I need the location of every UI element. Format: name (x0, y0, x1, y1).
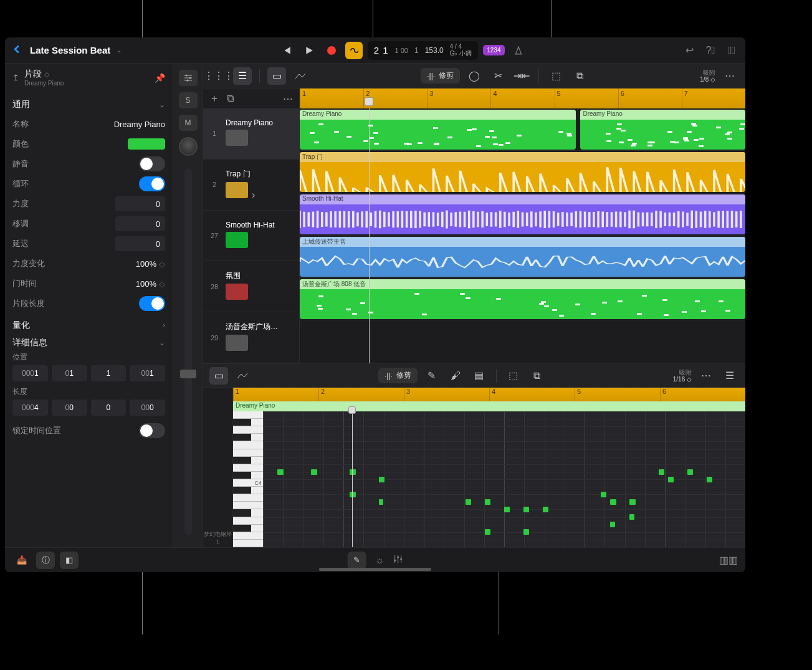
cycle-button[interactable] (345, 42, 363, 59)
lcd-display[interactable]: 2 1 1 00 1 153.0 4 / 4 G♭ 小调 (368, 41, 479, 60)
inbox-icon[interactable]: 📥 (12, 552, 31, 569)
region[interactable]: 汤普金斯广场 808 低音 (300, 279, 745, 319)
velocity-field[interactable]: 0 (115, 196, 165, 211)
clip-length-toggle[interactable] (139, 296, 165, 311)
midi-note[interactable] (466, 499, 471, 505)
midi-note[interactable] (687, 469, 693, 475)
scissors-icon[interactable]: ✂ (489, 67, 507, 85)
midi-note[interactable] (707, 477, 712, 482)
go-to-start-button[interactable] (278, 42, 295, 59)
region-view2-button[interactable]: ▭ (209, 367, 228, 385)
track-header[interactable]: 1Dreamy Piano (203, 108, 299, 160)
track-header[interactable]: 28氛围 (203, 261, 299, 312)
piano-key[interactable] (233, 464, 263, 472)
midi-note[interactable] (610, 522, 615, 527)
piano-key[interactable] (233, 472, 263, 479)
more-menu-button[interactable]: ⋯⃝ (725, 44, 738, 57)
lock-toggle[interactable] (139, 423, 165, 438)
add-track-button[interactable]: ＋ (209, 92, 219, 105)
velocity-tool-button[interactable]: ▤ (470, 367, 489, 385)
midi-note[interactable] (311, 469, 317, 475)
editor-snap-control[interactable]: 吸附 1/16 ◇ (673, 369, 692, 383)
midi-note[interactable] (379, 499, 384, 505)
info-button[interactable]: ⓘ (36, 552, 55, 569)
editor-playhead[interactable] (352, 411, 353, 547)
midi-note[interactable] (485, 499, 490, 505)
piano-key[interactable] (233, 434, 263, 441)
midi-note[interactable] (543, 507, 548, 512)
piano-key[interactable] (233, 517, 263, 525)
metronome-button[interactable] (510, 42, 527, 59)
stepper-icon[interactable]: ◇ (159, 279, 165, 289)
piano-key[interactable] (233, 449, 263, 457)
position-segment[interactable]: 000 (130, 400, 165, 416)
velocity-range-value[interactable]: 100% (136, 259, 156, 269)
midi-note[interactable] (629, 514, 634, 520)
loop-tool-button[interactable]: ◯ (465, 67, 484, 85)
record-button[interactable] (323, 42, 340, 59)
region[interactable]: Smooth Hi-Hat (300, 194, 745, 234)
copy2-button[interactable]: ⧉ (528, 367, 547, 385)
midi-note[interactable] (523, 507, 529, 512)
join-tool-button[interactable]: ⇥⇤ (512, 67, 531, 85)
keyboard-icon[interactable]: ▥▥ (719, 554, 738, 566)
editor-region-header[interactable]: Dreamy Piano (233, 401, 745, 411)
automation-button[interactable] (291, 67, 310, 85)
editor-more-icon[interactable]: ⋯ (697, 367, 715, 385)
more-icon[interactable]: ⋯ (720, 67, 739, 85)
help-button[interactable]: ?⃝ (704, 44, 717, 57)
piano-key[interactable] (233, 509, 263, 517)
position-segment[interactable]: 0001 (12, 365, 48, 381)
piano-key[interactable] (233, 457, 263, 464)
region[interactable]: Dreamy Piano (580, 110, 745, 150)
track-header-more-icon[interactable]: ⋯ (283, 93, 293, 105)
section-general-header[interactable]: 通用 (12, 99, 30, 110)
panel-toggle-button[interactable]: ◧ (60, 552, 79, 569)
track-header[interactable]: 27Smooth Hi-Hat (203, 211, 299, 262)
pan-knob[interactable] (179, 137, 198, 156)
loop-toggle[interactable] (139, 176, 165, 191)
brightness-icon[interactable]: ☼ (375, 555, 385, 566)
track-stack-button[interactable]: ⧉ (227, 93, 234, 104)
chevron-down-icon[interactable]: ⌄ (159, 100, 165, 109)
length-field[interactable]: 0004000000 (12, 400, 165, 416)
midi-note[interactable] (610, 499, 616, 505)
chevron-right-icon[interactable]: › (252, 189, 255, 200)
track-header[interactable]: 2Trap 门› (203, 160, 299, 211)
position-segment[interactable]: 01 (52, 365, 87, 381)
name-field[interactable]: Dreamy Piano (109, 120, 165, 129)
position-segment[interactable]: 001 (130, 365, 165, 381)
pencil-icon[interactable]: ✎ (423, 367, 441, 385)
volume-fader[interactable] (184, 168, 192, 535)
midi-note[interactable] (601, 492, 606, 497)
snap-control[interactable]: 吸附 1/8 ◇ (700, 69, 715, 83)
piano-key[interactable] (233, 487, 263, 494)
position-segment[interactable]: 0 (91, 400, 127, 416)
copy-tool-button[interactable]: ⧉ (570, 67, 589, 85)
region-view-button[interactable]: ▭ (267, 67, 286, 85)
marquee-tool-button[interactable]: ⬚ (547, 67, 565, 85)
midi-note[interactable] (485, 529, 490, 535)
piano-key[interactable] (233, 540, 263, 547)
mixer-settings-icon[interactable] (179, 70, 198, 86)
piano-keys[interactable]: C4 (233, 411, 263, 547)
quantize-header[interactable]: 量化 (12, 320, 30, 331)
count-in-button[interactable]: 1234 (483, 45, 504, 55)
timeline[interactable]: 1234567 Dreamy PianoDreamy PianoTrap 门Sm… (300, 89, 745, 363)
automation2-button[interactable] (233, 367, 252, 385)
piano-key[interactable] (233, 532, 263, 540)
gate-value[interactable]: 100% (136, 279, 156, 289)
mixer-icon[interactable] (393, 555, 403, 566)
track-header[interactable]: 29汤普金斯广场… (203, 312, 299, 363)
project-title[interactable]: Late Session Beat (30, 45, 110, 55)
editor-ruler[interactable]: 123456 (233, 388, 745, 401)
list-view-button[interactable]: ☰ (233, 67, 252, 85)
playhead[interactable] (365, 97, 373, 106)
stepper-icon[interactable]: ◇ (159, 259, 165, 269)
region[interactable]: 上城传送带主音 (300, 237, 745, 277)
draw-mode-button[interactable]: ✎ (348, 552, 366, 569)
transpose-field[interactable]: 0 (115, 216, 165, 231)
grid-view-button[interactable]: ⋮⋮⋮ (209, 67, 228, 85)
project-menu-chevron-icon[interactable]: ⌄ (117, 47, 122, 54)
piano-key[interactable] (233, 426, 263, 434)
